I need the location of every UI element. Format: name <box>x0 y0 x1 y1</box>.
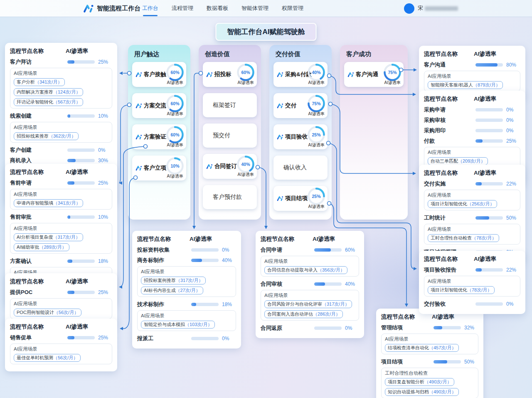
node-penetration-value: 25% <box>307 187 326 206</box>
process-node-card[interactable]: 确认收入 <box>273 156 328 180</box>
penetration-bar-fill <box>475 139 483 143</box>
nav-tab-workbench[interactable]: 工作台 <box>142 5 158 12</box>
process-node-card[interactable]: 方案验证60%AI渗透率 <box>132 124 186 149</box>
ai-scenario-label: AI应用场景 <box>14 346 108 352</box>
process-node-name: 交付实施 <box>424 180 475 188</box>
process-node-card[interactable]: 客户立项10%AI渗透率 <box>132 156 186 180</box>
ai-scenario-tag[interactable]: 项目计划智能优化（78次/月） <box>428 286 495 294</box>
node-penetration-label: AI渗透率 <box>238 80 254 86</box>
ai-scenario-tag[interactable]: POC用例智能设计（56次/月） <box>14 309 81 316</box>
ai-scenario-tag[interactable]: AI分析项目复杂度（317次/月） <box>14 233 83 241</box>
penetration-bar <box>475 119 503 122</box>
panel-header: 流程节点名称AI渗透率 <box>261 235 359 243</box>
process-node-card[interactable]: 客户接触60%AI渗透率 <box>132 62 186 87</box>
process-row: 项目结项50% <box>381 357 478 366</box>
avatar[interactable] <box>404 3 414 14</box>
node-label: 确认收入 <box>283 164 307 171</box>
ai-scenario-tag[interactable]: 自动三单匹配（209次/月） <box>428 157 488 165</box>
ai-scenario-label: AI应用场景 <box>141 269 232 275</box>
process-node-name: 售前审批 <box>10 213 67 221</box>
ai-scenario-tag[interactable]: 招投标线索推荐（362次/月） <box>14 132 79 140</box>
process-node-card[interactable]: 项目结项25%AI渗透率 <box>273 186 328 211</box>
ai-scenario-tag[interactable]: AI辅助审批（289次/月） <box>14 243 69 251</box>
ai-logo-icon <box>135 165 142 171</box>
process-node-card[interactable]: 采购&付款40%AI渗透率 <box>273 62 328 87</box>
ai-scenario-tag-count: （317次/月） <box>322 301 349 307</box>
ai-logo-icon <box>277 72 283 77</box>
process-node-card[interactable]: 合同签订40%AI渗透率 <box>203 154 257 179</box>
process-node-card[interactable]: 框架签订 <box>203 93 257 117</box>
ai-scenario-tag[interactable]: 项目计划智能优化（256次/月） <box>428 200 497 208</box>
process-node-name: 采购审核 <box>424 116 475 124</box>
ai-scenario-box: AI应用场景申请内容智能预填（341次/月） <box>10 189 112 210</box>
ai-scenario-tag-name: 招投标案例推荐 <box>144 277 176 284</box>
nav-tab-agent-management[interactable]: 智能体管理 <box>241 5 268 12</box>
process-node-card[interactable]: 客户沟通75%AI渗透率 <box>344 62 404 87</box>
nav-tab-permission-management[interactable]: 权限管理 <box>282 5 303 12</box>
penetration-bar-fill <box>67 291 74 294</box>
process-node-name: 商机录入 <box>10 157 67 164</box>
penetration-bar <box>433 360 461 363</box>
process-row: 付款25% <box>424 136 520 146</box>
ai-scenario-tag[interactable]: 合同案例入选自动评估（286次/月） <box>264 310 343 318</box>
process-row: 采购审核0% <box>424 116 520 125</box>
ai-scenario-tag-list: 项目复盘智能分析（490次/月）知识自动提炼与归档（490次/月） <box>385 378 475 396</box>
ai-logo-icon <box>347 72 354 77</box>
ai-scenario-label: AI应用场景 <box>14 301 108 307</box>
process-row: 交付实施22% <box>424 179 520 188</box>
ai-scenario-tag[interactable]: 客户分析（341次/月） <box>14 78 65 86</box>
ai-scenario-tag-name: 内部解决方案推荐 <box>17 89 53 95</box>
ai-scenario-tag-name: 项目计划智能优化 <box>431 287 467 293</box>
process-node-card[interactable]: 客户预付款 <box>203 185 257 209</box>
ai-scenario-tag[interactable]: 项目复盘智能分析（490次/月） <box>385 378 454 386</box>
penetration-percent: 0% <box>219 336 236 341</box>
ai-scenario-tag[interactable]: 招投标案例推荐（317次/月） <box>141 277 206 284</box>
column-header-node-name: 流程节点名称 <box>10 278 66 285</box>
node-donut-chart: 40% <box>307 63 326 82</box>
process-node-card[interactable]: 交付75%AI渗透率 <box>273 93 328 118</box>
ai-scenario-tag[interactable]: 拜访记录智能转化（567次/月） <box>14 98 83 106</box>
ai-scenario-tag[interactable]: 结项检查清单自动化（457次/月） <box>385 344 459 352</box>
penetration-percent: 80% <box>503 62 520 68</box>
nav-tab-process-management[interactable]: 流程管理 <box>172 5 193 12</box>
ai-scenario-tag[interactable]: 合同风险评分与自动化评审（317次/月） <box>264 300 352 308</box>
stage-column-title: 用户触达 <box>128 45 190 62</box>
process-node-card[interactable]: 项目验收25%AI渗透率 <box>273 124 328 149</box>
ai-scenario-tag[interactable]: AI标书内容生成（27次/月） <box>141 287 203 294</box>
node-penetration-value: 40% <box>307 63 326 82</box>
ai-scenario-tag-list: 工时合理性自动检查（78次/月） <box>428 234 517 242</box>
detail-panel-delivery: 流程节点名称AI渗透率交付实施22%AI应用场景项目计划智能优化（256次/月）… <box>419 165 525 262</box>
ai-scenario-tag[interactable]: 最佳促单时机预测（56次/月） <box>14 354 81 362</box>
ai-scenario-tag[interactable]: 智能定价与成本模拟（103次/月） <box>141 321 215 329</box>
ai-scenario-tag-name: 客户分析 <box>17 79 35 85</box>
ai-scenario-tag[interactable]: 工时合理性自动检查（78次/月） <box>428 234 499 242</box>
nav-tab-data-dashboard[interactable]: 数据看板 <box>207 5 228 12</box>
ai-logo-icon <box>277 195 283 201</box>
ai-scenario-tag-list: 项目计划智能优化（256次/月） <box>428 200 517 208</box>
ai-scenario-tag[interactable]: 智能聊天客服/机器人（879次/月） <box>428 81 503 89</box>
ai-scenario-tag-name: 招投标线索推荐 <box>17 133 49 139</box>
penetration-bar <box>67 60 95 64</box>
ai-scenario-tag-name: 合同信息自动提取与录入 <box>267 267 318 273</box>
ai-scenario-tag[interactable]: 知识自动提炼与归档（490次/月） <box>385 388 459 396</box>
user-account[interactable]: 宋 <box>404 3 458 14</box>
ai-scenario-tag-count: （256次/月） <box>467 201 494 207</box>
ai-scenario-tag-count: （490次/月） <box>424 379 451 385</box>
ai-scenario-tag-list: 合同风险评分与自动化评审（317次/月）合同案例入选自动评估（286次/月） <box>264 300 355 318</box>
ai-scenario-tag[interactable]: 申请内容智能预填（341次/月） <box>14 199 83 207</box>
node-penetration-label: AI渗透率 <box>167 80 183 86</box>
ai-scenario-tag-count: （209次/月） <box>458 158 485 164</box>
process-node-card[interactable]: 方案交流60%AI渗透率 <box>132 93 186 118</box>
ai-logo-icon <box>206 72 213 77</box>
process-node-card[interactable]: 招投标60%AI渗透率 <box>203 62 257 87</box>
ai-scenario-label: AI应用场景 <box>14 191 108 198</box>
penetration-percent: 25% <box>95 59 112 65</box>
node-label: 客户立项 <box>144 164 166 172</box>
penetration-percent: 60% <box>342 247 359 253</box>
ai-scenario-label: AI应用场景 <box>385 336 475 342</box>
ai-scenario-tag[interactable]: 合同信息自动提取与录入（356次/月） <box>264 266 347 274</box>
penetration-bar <box>433 326 461 329</box>
ai-scenario-tag[interactable]: 内部解决方案推荐（124次/月） <box>14 88 83 96</box>
process-node-card[interactable]: 预交付 <box>203 124 257 148</box>
penetration-percent: 22% <box>503 267 520 273</box>
